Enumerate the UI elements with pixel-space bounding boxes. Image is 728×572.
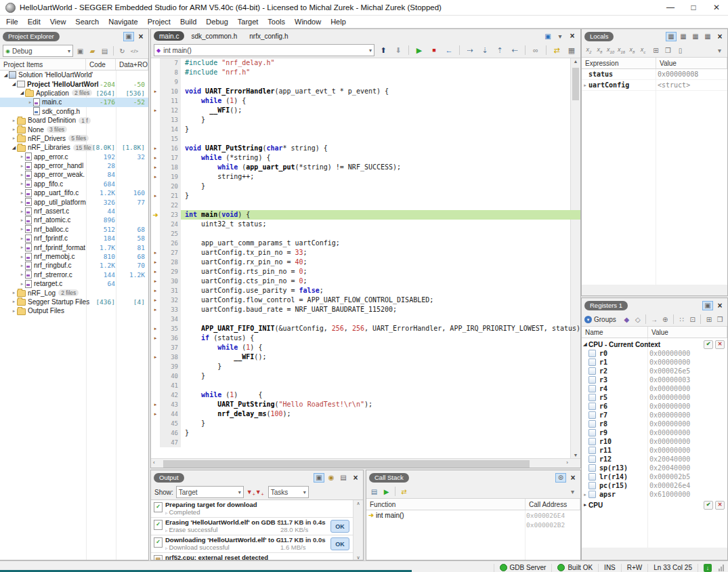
tree-row[interactable]: ▸app_error_weak.84	[0, 170, 148, 179]
pe-column-0[interactable]: Project Items	[0, 59, 86, 70]
properties-icon[interactable]: ▤	[100, 47, 110, 55]
code-text[interactable]	[181, 134, 580, 144]
group-enable-icon[interactable]: ✔	[704, 501, 713, 510]
next-symbol-icon[interactable]: ⬇	[392, 46, 404, 55]
editor-hscrollbar[interactable]: ‹ ›	[151, 458, 580, 468]
minimize-button[interactable]: —	[659, 0, 682, 15]
register-checkbox[interactable]	[588, 455, 596, 463]
register-row[interactable]: r60x00000000	[582, 402, 727, 411]
step-into-icon[interactable]: ⇣	[479, 46, 491, 55]
code-text[interactable]: }	[181, 419, 580, 428]
tree-expander-icon[interactable]: ▸	[19, 163, 25, 169]
filter-errors-icon[interactable]: ▼	[247, 489, 253, 495]
pe-column-2[interactable]: Data+RO	[116, 59, 148, 70]
call-stack-row[interactable]: 0x000002B2	[366, 520, 580, 529]
code-text[interactable]	[181, 229, 580, 239]
page-icon[interactable]: ▯	[675, 47, 685, 54]
monitor-icon[interactable]: ▣	[314, 473, 324, 483]
tree-expander-icon[interactable]: ▸	[19, 190, 25, 196]
code-text[interactable]: uartConfig.flow_control = APP_UART_FLOW_…	[181, 295, 580, 305]
register-row[interactable]: r80x00000000	[582, 420, 727, 428]
editor-tab-nrfx_config-h[interactable]: nrfx_config.h	[244, 31, 293, 41]
register-checkbox[interactable]	[588, 394, 596, 401]
registers-close-icon[interactable]: ×	[714, 301, 725, 310]
globals-view-icon[interactable]: ▦	[678, 32, 689, 41]
tree-row[interactable]: ▸nrf_atomic.c896	[0, 216, 148, 224]
tree-expander-icon[interactable]: ▸	[19, 236, 25, 241]
stop-icon[interactable]: ■	[428, 47, 440, 54]
folder-icon[interactable]: ▰	[87, 47, 98, 55]
code-text[interactable]: while (1) {	[181, 390, 580, 400]
code-text[interactable]: #include "nrf.h"	[181, 68, 580, 77]
editor-close-icon[interactable]: ×	[567, 31, 578, 41]
code-text[interactable]: string++;	[181, 172, 580, 182]
output-entry[interactable]: ▤nrf52.cpu: external reset detectedWorki…	[151, 553, 363, 560]
prev-symbol-icon[interactable]: ⬆	[377, 46, 389, 55]
code-text[interactable]: __WFI();	[181, 106, 580, 115]
tree-row[interactable]: ▸nrf_ringbuf.c1.2K70	[0, 261, 148, 270]
register-row[interactable]: r120x20040000	[582, 455, 727, 464]
value-column[interactable]: Value	[656, 58, 727, 68]
code-text[interactable]	[181, 381, 580, 390]
register-row[interactable]: pc(r15)0x000026e4	[582, 481, 727, 490]
run-to-cursor-icon[interactable]: ⇠	[509, 46, 521, 55]
code-text[interactable]: APP_UART_FIFO_INIT(&uartConfig, 256, 256…	[181, 324, 580, 333]
locals-close-icon[interactable]: ×	[714, 32, 725, 41]
tree-expander-icon[interactable]: ◢	[19, 90, 25, 96]
base-2-button[interactable]: x2	[584, 46, 593, 54]
tree-expander-icon[interactable]: ▸	[19, 209, 25, 214]
tree-row[interactable]: ▸app_error.c19232	[0, 152, 148, 161]
status-r-w[interactable]: R+W	[621, 564, 648, 572]
code-text[interactable]: UART_PutString("Hello RoadTest!\r\n");	[181, 400, 580, 409]
code-text[interactable]: while (1) {	[181, 96, 580, 106]
tree-expander-icon[interactable]: ▸	[19, 281, 25, 287]
code-text[interactable]: if (status) {	[181, 333, 580, 343]
output-close-icon[interactable]: ×	[350, 473, 361, 483]
register-row[interactable]: r40x00000000	[582, 384, 727, 393]
flash-icon[interactable]: ◆	[622, 316, 631, 323]
code-icon[interactable]: </>	[129, 48, 140, 54]
export-icon[interactable]: ⊞	[704, 316, 713, 323]
tree-row[interactable]: ▸main.c-176-52	[0, 98, 148, 106]
register-row[interactable]: r70x00000000	[582, 411, 727, 420]
frame-up-icon[interactable]: ▤	[369, 488, 379, 495]
output-scrollbar[interactable]: ∧ ∨	[353, 500, 363, 560]
menu-tools[interactable]: Tools	[263, 17, 290, 26]
register-checkbox[interactable]	[588, 376, 596, 384]
expressions-view-icon[interactable]: ▦	[702, 32, 713, 41]
code-text[interactable]	[181, 314, 580, 324]
code-text[interactable]: }	[181, 428, 580, 438]
register-row[interactable]: r00x00000000	[582, 349, 727, 358]
tree-expander-icon[interactable]: ▸	[11, 290, 17, 295]
code-text[interactable]: void UART_ErrorHandler(app_uart_evt_t * …	[181, 87, 580, 96]
tree-row[interactable]: sdk_config.h	[0, 107, 148, 116]
show-combo[interactable]: Target ▾	[176, 486, 244, 498]
register-checkbox[interactable]	[588, 367, 596, 375]
file-status-icon[interactable]: ▣	[542, 31, 553, 41]
refresh-icon[interactable]: ↻	[117, 47, 127, 55]
register-checkbox[interactable]	[588, 473, 596, 481]
menu-search[interactable]: Search	[70, 17, 104, 26]
tree-row[interactable]: ▸app_util_platform32677	[0, 197, 148, 206]
group-expander-icon[interactable]: ▸	[582, 502, 588, 508]
register-row[interactable]: r110x00000000	[582, 446, 727, 455]
locals-view-icon[interactable]: ▦	[666, 32, 677, 41]
output-entry[interactable]: ✓Downloading 'HelloUartWorld.elf' to GDB…	[151, 535, 363, 553]
register-checkbox[interactable]	[588, 482, 596, 489]
register-checkbox[interactable]	[588, 350, 596, 357]
tree-expander-icon[interactable]: ◢	[3, 73, 9, 78]
restart-icon[interactable]: ←	[443, 46, 455, 54]
tree-expander-icon[interactable]: ▸	[11, 118, 17, 123]
tasks-combo[interactable]: Tasks ▾	[268, 486, 309, 498]
tree-expander-icon[interactable]: ◢	[11, 145, 17, 150]
menu-navigate[interactable]: Navigate	[104, 17, 142, 26]
code-text[interactable]	[181, 438, 580, 447]
editor-tab-main-c[interactable]: main.c	[154, 31, 184, 41]
tree-expander-icon[interactable]: ▸	[19, 254, 25, 260]
copy-registers-icon[interactable]: ❒	[716, 316, 725, 323]
filter-warnings-icon[interactable]: ▼	[255, 489, 261, 495]
menu-window[interactable]: Window	[290, 17, 326, 26]
base-16-button[interactable]: x16	[617, 46, 626, 54]
tree-row[interactable]: ▸app_uart_fifo.c1.2K160	[0, 188, 148, 197]
register-checkbox[interactable]	[588, 411, 596, 419]
